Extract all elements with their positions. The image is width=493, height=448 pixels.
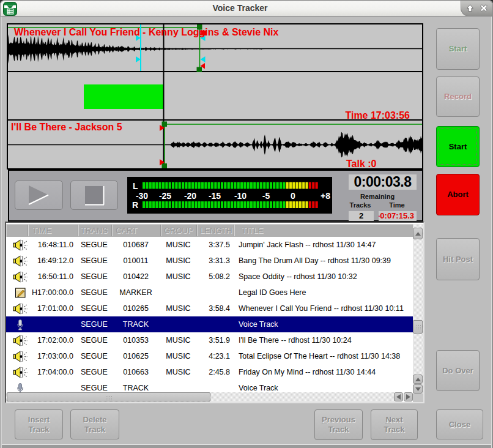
svg-text:-30: -30 — [136, 191, 148, 201]
svg-text:-10: -10 — [234, 191, 247, 201]
svg-text:-25: -25 — [159, 191, 171, 201]
svg-text:Talk :0: Talk :0 — [346, 159, 377, 169]
svg-text:R: R — [132, 200, 138, 210]
svg-text:-20: -20 — [184, 191, 196, 201]
svg-text:+8: +8 — [321, 191, 330, 201]
svg-text:-5: -5 — [262, 191, 270, 201]
svg-text:Time 17:03:56: Time 17:03:56 — [345, 110, 410, 121]
svg-text:Whenever I Call You Friend - K: Whenever I Call You Friend - Kenny Loggi… — [14, 27, 278, 37]
svg-text:L: L — [133, 181, 138, 191]
svg-text:-15: -15 — [209, 191, 221, 201]
svg-text:I'll Be There - Jackson 5: I'll Be There - Jackson 5 — [11, 122, 122, 132]
svg-text:0: 0 — [291, 191, 295, 201]
